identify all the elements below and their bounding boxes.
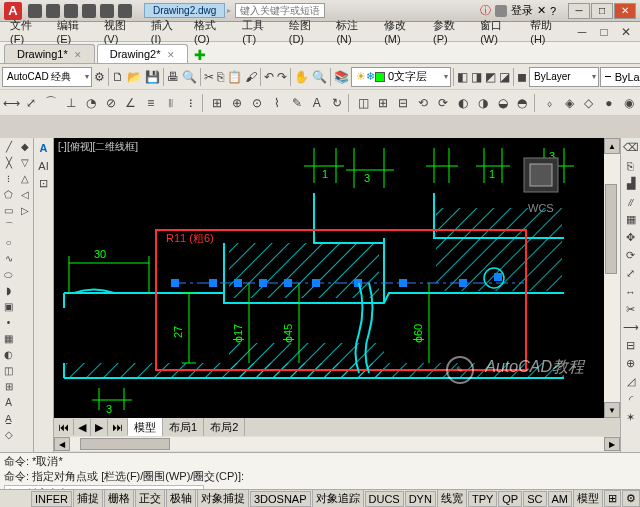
- match-icon[interactable]: 🖌: [244, 67, 258, 87]
- status-model[interactable]: 模型: [573, 489, 603, 507]
- orbit-icon[interactable]: ⟳: [433, 93, 452, 113]
- ucs-icon[interactable]: ⬨: [540, 93, 559, 113]
- dim-angular-icon[interactable]: ∠: [121, 93, 140, 113]
- view-icon[interactable]: ◒: [493, 93, 512, 113]
- menu-insert[interactable]: 插入(I): [145, 16, 188, 47]
- snap-icon[interactable]: ⊡: [35, 175, 52, 192]
- vertical-scrollbar[interactable]: ▲ ▼: [604, 138, 620, 418]
- point-icon[interactable]: •: [1, 315, 16, 330]
- help-icon[interactable]: ?: [550, 5, 556, 17]
- dim-ord-icon[interactable]: ⊥: [62, 93, 81, 113]
- menu-format[interactable]: 格式(O): [188, 16, 236, 47]
- scroll-up-icon[interactable]: ▲: [604, 138, 620, 154]
- doc-close-icon[interactable]: ✕: [616, 22, 636, 42]
- drawing-canvas[interactable]: [-][俯视][二维线框] 1 3 1: [54, 138, 604, 418]
- paste-icon[interactable]: 📋: [226, 67, 243, 87]
- dim-continue-icon[interactable]: ⫶: [181, 93, 200, 113]
- dim-center-icon[interactable]: ⊕: [228, 93, 247, 113]
- doc-tab[interactable]: Drawing1*✕: [4, 44, 95, 63]
- copy-icon[interactable]: ⎘: [622, 157, 639, 174]
- move-icon[interactable]: ✥: [622, 229, 639, 246]
- text-a-icon[interactable]: A: [35, 139, 52, 156]
- gradient-icon[interactable]: ◐: [1, 347, 16, 362]
- layer-prop-icon[interactable]: 📚: [333, 67, 350, 87]
- status-grid[interactable]: 栅格: [104, 489, 134, 507]
- user-icon[interactable]: [495, 5, 507, 17]
- ellipse-arc-icon[interactable]: ◗: [1, 283, 16, 298]
- render-icon[interactable]: ●: [599, 93, 618, 113]
- break-icon[interactable]: ⊟: [622, 337, 639, 354]
- new-tab-button[interactable]: ✚: [194, 47, 206, 63]
- print-icon[interactable]: 🖶: [166, 67, 180, 87]
- line-icon[interactable]: ╱: [1, 139, 16, 154]
- dim-radius-icon[interactable]: ◔: [82, 93, 101, 113]
- erase-icon[interactable]: ⌫: [622, 139, 639, 156]
- copy-icon[interactable]: ⎘: [216, 67, 225, 87]
- status-icon[interactable]: ⚙: [622, 490, 640, 507]
- dim-aligned-icon[interactable]: ⤢: [22, 93, 41, 113]
- linetype-combo[interactable]: ByLayer: [529, 67, 599, 87]
- command-line[interactable]: 命令: *取消* 命令: 指定对角点或 [栏选(F)/圈围(WP)/圈交(CP)…: [0, 452, 640, 489]
- explode-icon[interactable]: ✶: [622, 409, 639, 426]
- join-icon[interactable]: ⊕: [622, 355, 639, 372]
- xline-icon[interactable]: ╳: [1, 155, 16, 170]
- ucs-icon[interactable]: ◇: [579, 93, 598, 113]
- horizontal-scrollbar[interactable]: ◀ ▶: [54, 436, 620, 452]
- status-dyn[interactable]: DYN: [405, 491, 436, 507]
- tab-close-icon[interactable]: ✕: [167, 50, 175, 60]
- array-icon[interactable]: ▦: [622, 211, 639, 228]
- dim-inspect-icon[interactable]: ⊙: [248, 93, 267, 113]
- menu-draw[interactable]: 绘图(D): [283, 16, 331, 47]
- maximize-button[interactable]: □: [591, 3, 613, 19]
- trim-icon[interactable]: ✂: [622, 301, 639, 318]
- close-button[interactable]: ✕: [614, 3, 636, 19]
- view-icon[interactable]: ◐: [453, 93, 472, 113]
- tab-close-icon[interactable]: ✕: [74, 50, 82, 60]
- offset-icon[interactable]: ⫽: [622, 193, 639, 210]
- preview-icon[interactable]: 🔍: [181, 67, 198, 87]
- gear-icon[interactable]: ⚙: [93, 67, 106, 87]
- dim-linear-icon[interactable]: ⟷: [2, 93, 21, 113]
- doc-max-icon[interactable]: □: [594, 22, 614, 42]
- layout-tab-model[interactable]: 模型: [128, 418, 163, 437]
- layout-nav-icon[interactable]: ⏮: [54, 419, 74, 435]
- chamfer-icon[interactable]: ◿: [622, 373, 639, 390]
- rect-icon[interactable]: ▭: [1, 203, 16, 218]
- view-icon[interactable]: ◫: [354, 93, 373, 113]
- dim-text-icon[interactable]: A: [307, 93, 326, 113]
- dim-baseline-icon[interactable]: ⫴: [161, 93, 180, 113]
- status-icon[interactable]: ⊞: [604, 490, 621, 507]
- tool-icon[interactable]: ◆: [17, 139, 32, 154]
- dim-edit-icon[interactable]: ✎: [287, 93, 306, 113]
- layer-combo[interactable]: ☀❄0文字层: [351, 67, 451, 87]
- extend-icon[interactable]: ⟶: [622, 319, 639, 336]
- pan-icon[interactable]: ✋: [293, 67, 310, 87]
- tool-icon[interactable]: ▽: [17, 155, 32, 170]
- dim-diameter-icon[interactable]: ⊘: [102, 93, 121, 113]
- layer-icon[interactable]: ◨: [470, 67, 483, 87]
- scroll-right-icon[interactable]: ▶: [604, 437, 620, 451]
- scroll-thumb[interactable]: [80, 438, 170, 450]
- view-icon[interactable]: ◓: [513, 93, 532, 113]
- redo-icon[interactable]: ↷: [276, 67, 288, 87]
- tool-icon[interactable]: ◁: [17, 187, 32, 202]
- status-am[interactable]: AM: [548, 491, 573, 507]
- arc-icon[interactable]: ⌒: [1, 219, 16, 234]
- tool-icon[interactable]: ◇: [1, 427, 16, 442]
- menu-modify[interactable]: 修改(M): [378, 16, 427, 47]
- undo-icon[interactable]: ↶: [263, 67, 275, 87]
- region-icon[interactable]: ◫: [1, 363, 16, 378]
- menu-file[interactable]: 文件(F): [4, 16, 51, 47]
- dim-tolerance-icon[interactable]: ⊞: [208, 93, 227, 113]
- layer-icon[interactable]: ◪: [498, 67, 511, 87]
- menu-tools[interactable]: 工具(T): [236, 16, 283, 47]
- text-ai-icon[interactable]: AI: [35, 157, 52, 174]
- tab-arrow-icon[interactable]: ▸: [227, 6, 231, 15]
- layout-tab[interactable]: 布局1: [163, 418, 204, 437]
- fillet-icon[interactable]: ◜: [622, 391, 639, 408]
- status-qp[interactable]: QP: [498, 491, 522, 507]
- save-icon[interactable]: 💾: [144, 67, 161, 87]
- polygon-icon[interactable]: ⬠: [1, 187, 16, 202]
- render-icon[interactable]: ◉: [619, 93, 638, 113]
- text-icon[interactable]: A: [1, 395, 16, 410]
